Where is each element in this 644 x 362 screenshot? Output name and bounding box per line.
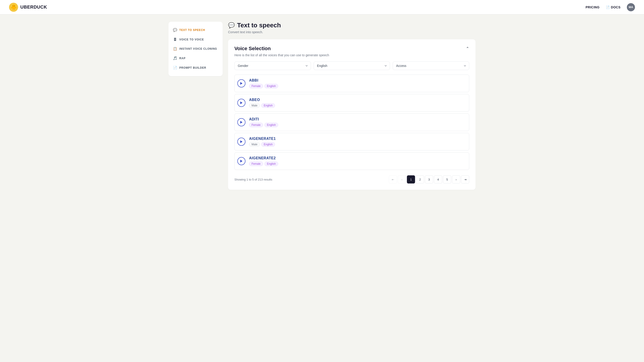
play-voice-button[interactable]: [237, 138, 246, 146]
gender-tag: Female: [249, 162, 263, 166]
language-tag: English: [264, 123, 278, 127]
play-voice-button[interactable]: [237, 79, 246, 88]
voice-list-item: AIGENERATE1 Male English: [234, 133, 469, 151]
language-tag: English: [261, 103, 275, 108]
voice-list-item: ADITI Female English: [234, 113, 469, 131]
voice-list-item: AIGENERATE2 Female English: [234, 152, 469, 170]
voice-name: AIGENERATE1: [249, 137, 276, 141]
last-page-button[interactable]: ⇥: [461, 175, 469, 183]
voice-info: AIGENERATE1 Male English: [249, 137, 276, 147]
page-4-button[interactable]: 4: [434, 175, 442, 183]
sidebar-item-rap[interactable]: 🎵 RAP: [168, 54, 223, 63]
voice-selection-description: Here is the list of all the voices that …: [234, 53, 469, 57]
docs-icon: 📄: [606, 6, 610, 9]
voice-name: AIGENERATE2: [249, 156, 278, 160]
sidebar: 💬 TEXT TO SPEECH 🎛 VOICE TO VOICE 📋 INST…: [168, 22, 223, 76]
gender-tag: Female: [249, 84, 263, 88]
language-tag: English: [261, 142, 275, 147]
voice-info: AIGENERATE2 Female English: [249, 156, 278, 166]
voice-info: ABBI Female English: [249, 78, 278, 88]
voice-tags: Male English: [249, 142, 276, 147]
play-voice-button[interactable]: [237, 157, 246, 165]
gender-tag: Male: [249, 142, 260, 147]
voice-name: ABEO: [249, 98, 275, 102]
page-header: 💬 Text to speech Convert text into speec…: [228, 22, 476, 34]
voice-tags: Female English: [249, 123, 278, 127]
page-title-icon: 💬: [228, 22, 235, 29]
prompt-builder-icon: 📄: [173, 66, 177, 70]
sidebar-item-text-to-speech[interactable]: 💬 TEXT TO SPEECH: [168, 25, 223, 35]
page-3-button[interactable]: 3: [425, 175, 433, 183]
collapse-chevron-icon[interactable]: ⌃: [466, 46, 469, 51]
main-layout: 💬 TEXT TO SPEECH 🎛 VOICE TO VOICE 📋 INST…: [160, 15, 484, 202]
sidebar-item-prompt-builder[interactable]: 📄 PROMPT BUILDER: [168, 63, 223, 73]
sidebar-item-voice-to-voice[interactable]: 🎛 VOICE TO VOICE: [168, 35, 223, 44]
voice-info: ADITI Female English: [249, 117, 278, 127]
main-content: 💬 Text to speech Convert text into speec…: [228, 22, 476, 195]
page-5-button[interactable]: 5: [443, 175, 451, 183]
gender-filter[interactable]: Gender Male Female: [234, 62, 311, 70]
language-filter[interactable]: English Spanish French: [314, 62, 390, 70]
voice-list-item: ABEO Male English: [234, 94, 469, 112]
header-nav: PRICING 📄 DOCS MA: [586, 3, 635, 11]
sidebar-item-label: VOICE TO VOICE: [179, 38, 204, 41]
sidebar-item-instant-voice-cloning[interactable]: 📋 INSTANT VOICE CLONING: [168, 44, 223, 54]
logo-text: UBERDUCK: [20, 5, 47, 10]
gender-tag: Male: [249, 103, 260, 108]
card-header: Voice Selection ⌃: [234, 46, 469, 52]
sidebar-item-label: TEXT TO SPEECH: [179, 29, 205, 32]
voice-selection-title: Voice Selection: [234, 46, 271, 52]
voice-list: ABBI Female English ABEO Male English: [234, 75, 469, 170]
language-tag: English: [264, 84, 278, 88]
voice-to-voice-icon: 🎛: [173, 38, 177, 41]
next-page-button[interactable]: ›: [452, 175, 460, 183]
text-to-speech-icon: 💬: [173, 28, 177, 32]
pagination-row: Showing 1 to 5 of 213 results ⇤ ‹ 1 2 3 …: [234, 175, 469, 183]
logo[interactable]: 🐥 UBERDUCK: [9, 3, 47, 12]
sidebar-item-label: PROMPT BUILDER: [179, 66, 206, 69]
docs-link[interactable]: 📄 DOCS: [606, 6, 620, 9]
voice-tags: Female English: [249, 84, 278, 88]
voice-tags: Male English: [249, 103, 275, 108]
page-subtitle: Convert text into speech.: [228, 30, 476, 34]
voice-list-item: ABBI Female English: [234, 75, 469, 92]
access-filter[interactable]: Access Free Premium: [393, 62, 469, 70]
voice-info: ABEO Male English: [249, 98, 275, 108]
gender-tag: Female: [249, 123, 263, 127]
pagination-info: Showing 1 to 5 of 213 results: [234, 178, 272, 181]
voice-selection-card: Voice Selection ⌃ Here is the list of al…: [228, 39, 476, 190]
page-title: 💬 Text to speech: [228, 22, 476, 29]
language-tag: English: [264, 162, 278, 166]
pagination-controls: ⇤ ‹ 1 2 3 4 5 › ⇥: [389, 175, 469, 183]
first-page-button[interactable]: ⇤: [389, 175, 397, 183]
instant-voice-cloning-icon: 📋: [173, 47, 177, 51]
page-1-button[interactable]: 1: [407, 175, 415, 183]
rap-icon: 🎵: [173, 56, 177, 60]
sidebar-item-label: RAP: [179, 57, 186, 60]
voice-name: ADITI: [249, 117, 278, 121]
user-avatar[interactable]: MA: [627, 3, 635, 11]
page-2-button[interactable]: 2: [416, 175, 424, 183]
header: 🐥 UBERDUCK PRICING 📄 DOCS MA: [0, 0, 644, 15]
prev-page-button[interactable]: ‹: [398, 175, 406, 183]
play-voice-button[interactable]: [237, 99, 246, 107]
play-voice-button[interactable]: [237, 118, 246, 126]
voice-name: ABBI: [249, 78, 278, 83]
logo-duck-icon: 🐥: [9, 3, 18, 12]
filters-row: Gender Male Female English Spanish Frenc…: [234, 62, 469, 70]
sidebar-item-label: INSTANT VOICE CLONING: [179, 47, 217, 50]
pricing-link[interactable]: PRICING: [586, 6, 600, 9]
voice-tags: Female English: [249, 162, 278, 166]
